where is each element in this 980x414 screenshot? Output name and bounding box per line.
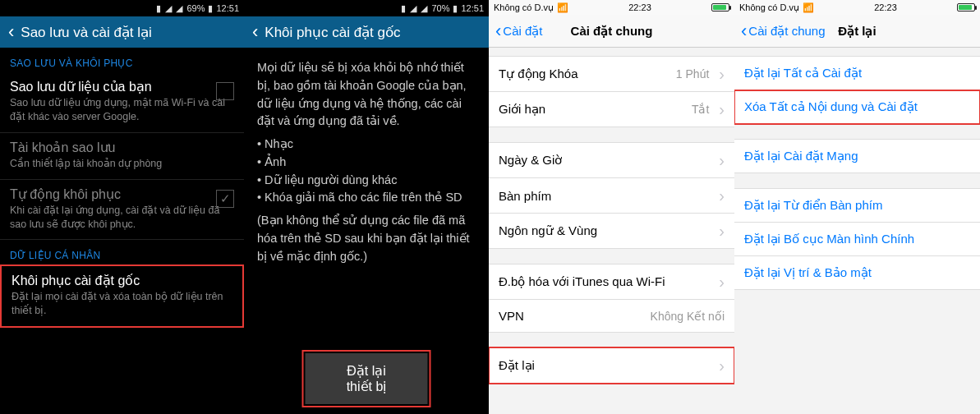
row-erase-all[interactable]: Xóa Tất cả Nội dung và Cài đặt bbox=[734, 90, 980, 124]
battery-icon bbox=[711, 3, 729, 12]
backup-data-title: Sao lưu dữ liệu của bạn bbox=[10, 79, 234, 94]
group-reset-network: Đặt lại Cài đặt Mạng bbox=[734, 139, 980, 173]
backup-account-title: Tài khoản sao lưu bbox=[10, 140, 234, 155]
row-reset[interactable]: Đặt lại bbox=[489, 347, 734, 384]
clock: 12:51 bbox=[461, 3, 484, 13]
row-reset-all-settings[interactable]: Đặt lại Tất cả Cài đặt bbox=[734, 56, 980, 90]
ios-reset-screen: Không có D.vụ 📶 22:23 ‹ Cài đặt chung Đặ… bbox=[734, 0, 980, 414]
chevron-left-icon: ‹ bbox=[495, 22, 501, 40]
backup-account-sub: Cần thiết lập tài khoản dự phòng bbox=[10, 157, 234, 171]
row-label: VPN bbox=[499, 309, 524, 323]
reset-device-button[interactable]: Đặt lại thiết bị bbox=[306, 353, 428, 404]
row-label: Bàn phím bbox=[499, 189, 551, 203]
factory-reset-title: Khôi phục cài đặt gốc bbox=[12, 273, 232, 288]
row-vpn[interactable]: VPN Không Kết nối bbox=[489, 300, 734, 333]
row-restrictions[interactable]: Giới hạn Tắt bbox=[489, 92, 734, 127]
row-language-region[interactable]: Ngôn ngữ & Vùng bbox=[489, 214, 734, 249]
android-backup-screen: ▮ ◢ ◢ 69% ▮ 12:51 ‹ Sao lưu và cài đặt l… bbox=[0, 0, 244, 414]
row-label: Đặt lại Vị trí & Bảo mật bbox=[744, 265, 872, 280]
clock: 12:51 bbox=[216, 3, 239, 13]
status-bar: ▮ ◢ ◢ 70% ▮ 12:51 bbox=[244, 0, 489, 16]
auto-restore-title: Tự động khôi phục bbox=[10, 186, 234, 202]
wifi-icon: 📶 bbox=[803, 2, 814, 13]
row-label: Đặt lại Bố cục Màn hình Chính bbox=[744, 232, 914, 246]
chevron-left-icon: ‹ bbox=[741, 22, 747, 40]
wifi-icon: 📶 bbox=[557, 2, 568, 13]
titlebar[interactable]: ‹ Khôi phục cài đặt gốc bbox=[244, 16, 489, 48]
row-label: Ngày & Giờ bbox=[499, 153, 562, 168]
navbar: ‹ Cài đặt Cài đặt chung bbox=[489, 15, 734, 48]
reset-list-photos: Ảnh bbox=[257, 154, 476, 172]
back-icon[interactable]: ‹ bbox=[252, 23, 258, 41]
signal-icons: ▮ ◢ ◢ bbox=[401, 3, 428, 14]
row-reset-home-layout[interactable]: Đặt lại Bố cục Màn hình Chính bbox=[734, 223, 980, 256]
row-itunes-wifi-sync[interactable]: Đ.bộ hóa với iTunes qua Wi-Fi bbox=[489, 264, 734, 300]
auto-restore-sub: Khi cài đặt lại ứng dụng, cài đặt và dữ … bbox=[10, 204, 234, 232]
group-sync: Đ.bộ hóa với iTunes qua Wi-Fi VPN Không … bbox=[489, 264, 734, 333]
row-value: Tắt bbox=[692, 101, 725, 117]
reset-button-row: Đặt lại thiết bị bbox=[306, 353, 428, 404]
carrier-label: Không có D.vụ bbox=[494, 2, 554, 13]
reset-list-music: Nhạc bbox=[257, 136, 476, 154]
row-value: Không Kết nối bbox=[651, 310, 725, 323]
section-personal-header: DỮ LIỆU CÁ NHÂN bbox=[0, 240, 244, 264]
disclosure-icon bbox=[714, 357, 725, 374]
row-label: Xóa Tất cả Nội dung và Cài đặt bbox=[744, 99, 918, 114]
back-icon[interactable]: ‹ bbox=[8, 23, 14, 41]
group-reset-misc: Đặt lại Từ điển Bàn phím Đặt lại Bố cục … bbox=[734, 188, 980, 290]
row-date-time[interactable]: Ngày & Giờ bbox=[489, 142, 734, 178]
clock: 22:23 bbox=[874, 2, 897, 12]
clock: 22:23 bbox=[628, 2, 651, 12]
reset-list-user: Dữ liệu người dùng khác bbox=[257, 172, 476, 190]
row-auto-lock[interactable]: Tự động Khóa 1 Phút bbox=[489, 56, 734, 92]
row-keyboard[interactable]: Bàn phím bbox=[489, 178, 734, 214]
row-value: 1 Phút bbox=[676, 66, 725, 82]
titlebar[interactable]: ‹ Sao lưu và cài đặt lại bbox=[0, 16, 244, 48]
row-label: Ngôn ngữ & Vùng bbox=[499, 223, 597, 238]
row-label: Tự động Khóa bbox=[499, 67, 578, 81]
back-button[interactable]: ‹ Cài đặt bbox=[495, 22, 543, 40]
reset-note: (Bạn không thể sử dụng các file đã mã hó… bbox=[257, 212, 476, 265]
reset-intro: Mọi dữ liệu sẽ bị xóa khỏi bộ nhớ thiết … bbox=[257, 59, 476, 131]
signal-icons: ▮ ◢ ◢ bbox=[156, 3, 183, 14]
carrier-label: Không có D.vụ bbox=[739, 2, 799, 13]
backup-data-sub: Sao lưu dữ liệu ứng dụng, mật mã Wi-Fi v… bbox=[10, 96, 234, 124]
disclosure-icon bbox=[714, 152, 725, 168]
disclosure-icon bbox=[714, 187, 725, 204]
back-button[interactable]: ‹ Cài đặt chung bbox=[741, 22, 826, 40]
auto-restore-item[interactable]: Tự động khôi phục Khi cài đặt lại ứng dụ… bbox=[0, 180, 244, 241]
backup-data-item[interactable]: Sao lưu dữ liệu của bạn Sao lưu dữ liệu … bbox=[0, 72, 244, 133]
android-factory-reset-screen: ▮ ◢ ◢ 70% ▮ 12:51 ‹ Khôi phục cài đặt gố… bbox=[244, 0, 489, 414]
disclosure-icon bbox=[714, 274, 725, 290]
page-title: Sao lưu và cài đặt lại bbox=[21, 24, 152, 41]
row-reset-network[interactable]: Đặt lại Cài đặt Mạng bbox=[734, 139, 980, 173]
battery-pct: 69% bbox=[186, 3, 205, 13]
backup-account-item[interactable]: Tài khoản sao lưu Cần thiết lập tài khoả… bbox=[0, 133, 244, 180]
row-label: Đặt lại Tất cả Cài đặt bbox=[744, 66, 862, 80]
row-label: Đặt lại Cài đặt Mạng bbox=[744, 149, 858, 163]
backup-data-checkbox[interactable] bbox=[216, 82, 234, 100]
group-reset: Đặt lại bbox=[489, 347, 734, 384]
group-security: Tự động Khóa 1 Phút Giới hạn Tắt bbox=[489, 56, 734, 127]
auto-restore-checkbox[interactable]: ✓ bbox=[216, 190, 234, 208]
group-locale: Ngày & Giờ Bàn phím Ngôn ngữ & Vùng bbox=[489, 142, 734, 249]
row-label: Đặt lại bbox=[499, 358, 535, 373]
reset-explanation: Mọi dữ liệu sẽ bị xóa khỏi bộ nhớ thiết … bbox=[244, 48, 489, 277]
battery-pct: 70% bbox=[431, 3, 449, 13]
row-reset-keyboard-dict[interactable]: Đặt lại Từ điển Bàn phím bbox=[734, 188, 980, 223]
group-reset-main: Đặt lại Tất cả Cài đặt Xóa Tất cả Nội du… bbox=[734, 56, 980, 124]
page-title: Khôi phục cài đặt gốc bbox=[265, 24, 400, 41]
navbar: ‹ Cài đặt chung Đặt lại bbox=[734, 15, 980, 48]
factory-reset-sub: Đặt lại mọi cài đặt và xóa toàn bộ dữ li… bbox=[12, 290, 232, 318]
status-bar: Không có D.vụ 📶 22:23 bbox=[734, 0, 980, 15]
row-label: Giới hạn bbox=[499, 102, 545, 117]
factory-reset-item[interactable]: Khôi phục cài đặt gốc Đặt lại mọi cài đặ… bbox=[0, 264, 244, 328]
battery-icon bbox=[957, 3, 975, 12]
row-reset-location-privacy[interactable]: Đặt lại Vị trí & Bảo mật bbox=[734, 256, 980, 290]
back-label: Cài đặt chung bbox=[748, 24, 825, 39]
section-backup-header: SAO LƯU VÀ KHÔI PHỤC bbox=[0, 48, 244, 72]
status-bar: Không có D.vụ 📶 22:23 bbox=[489, 0, 734, 15]
back-label: Cài đặt bbox=[503, 24, 542, 39]
battery-icon: ▮ bbox=[208, 3, 213, 14]
battery-icon: ▮ bbox=[453, 3, 458, 14]
